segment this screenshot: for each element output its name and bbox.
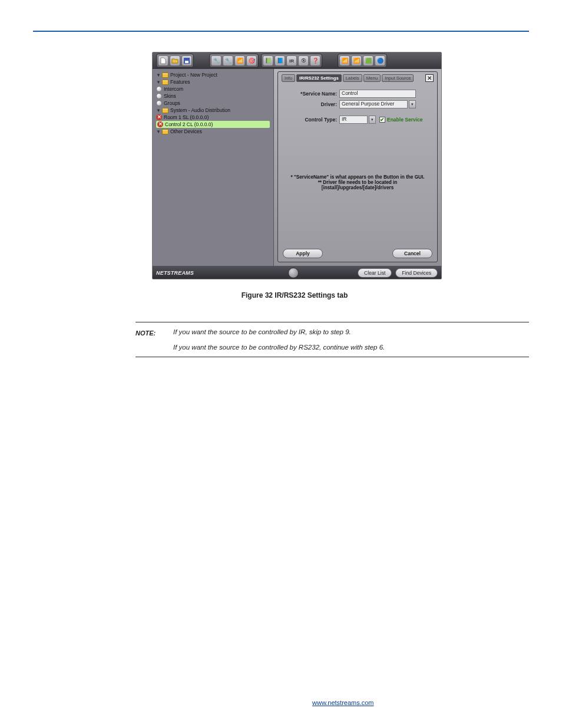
note-line: ** Driver file needs to be located in [i…: [289, 180, 427, 190]
panel-notes: * "ServiceName" is what appears on the B…: [289, 174, 427, 190]
main-row: ▼Project - New Project ▼Features Interco…: [153, 69, 441, 266]
tool-icon[interactable]: 🔵: [375, 55, 385, 66]
svg-rect-1: [185, 61, 189, 63]
note-line: If you want the source to be controlled …: [173, 328, 525, 335]
brand-label: NETSTREAMS: [156, 270, 194, 276]
enable-service-checkbox[interactable]: ✔ Enable Service: [379, 117, 422, 123]
tree-node-selected[interactable]: ✕Control 2 CL (0.0.0.0): [156, 121, 270, 128]
tool-icon[interactable]: 📶: [351, 55, 362, 66]
tool-icon[interactable]: 🔧: [223, 55, 233, 66]
save-icon[interactable]: [181, 55, 192, 66]
item-icon: [156, 100, 162, 106]
field-label: *Service Name:: [283, 91, 339, 97]
settings-panel: Info IR/RS232 Settings Labels Menu Input…: [277, 71, 438, 262]
toolbar-group-b: 📗 📘 IR ⦿ ❓: [261, 54, 322, 68]
apply-button[interactable]: Apply: [283, 249, 323, 258]
folder-icon: [162, 73, 168, 78]
note-line: * "ServiceName" is what appears on the B…: [289, 174, 427, 180]
note-block: NOTE: If you want the source to be contr…: [135, 322, 529, 357]
statusbar-buttons: Clear List Find Devices: [358, 268, 438, 278]
toolbar: 🔧 🔧 📶 🎯 📗 📘 IR ⦿ ❓ 📶 📶 🟩 🔵: [153, 52, 441, 69]
select-value: IR: [339, 116, 368, 124]
coin-icon: [288, 268, 299, 278]
tool-icon[interactable]: 🟩: [363, 55, 373, 66]
new-icon[interactable]: [158, 55, 168, 66]
tool-icon[interactable]: 📗: [263, 55, 273, 66]
field-label: Control Type:: [298, 117, 339, 123]
item-icon: [156, 93, 162, 99]
driver-select[interactable]: General Purpose Driver ▾: [339, 100, 416, 108]
form-row: *Service Name: Control: [283, 90, 432, 98]
note-line: If you want the source to be controlled …: [173, 344, 525, 351]
error-icon: ✕: [156, 114, 162, 120]
checkbox-label: Enable Service: [387, 117, 422, 123]
tool-icon[interactable]: 🔧: [211, 55, 222, 66]
folder-icon: [162, 80, 168, 85]
tree-node[interactable]: ▼Other Devices: [156, 128, 270, 135]
field-label: Driver:: [283, 101, 339, 107]
right-pane: Info IR/RS232 Settings Labels Menu Input…: [274, 69, 441, 266]
close-icon[interactable]: ✕: [425, 74, 434, 82]
tree-node[interactable]: ▼System - Audio Distribution: [156, 107, 270, 114]
note-body: If you want the source to be controlled …: [173, 328, 529, 351]
tab-labels[interactable]: Labels: [343, 74, 362, 82]
panel-tabs: Info IR/RS232 Settings Labels Menu Input…: [282, 74, 434, 82]
form-row: Driver: General Purpose Driver ▾: [283, 100, 432, 108]
service-name-input[interactable]: Control: [339, 90, 416, 98]
cancel-button[interactable]: Cancel: [392, 249, 432, 258]
panel-action-row: Apply Cancel: [283, 249, 432, 258]
tree-label: Features: [170, 79, 190, 85]
checkbox-checked-icon: ✔: [379, 117, 385, 123]
note-rule: [135, 357, 529, 357]
chevron-down-icon: ▾: [409, 100, 416, 108]
tool-icon[interactable]: ⦿: [298, 55, 309, 66]
find-devices-button[interactable]: Find Devices: [395, 268, 438, 278]
folder-icon: [162, 129, 168, 134]
tool-icon[interactable]: 📶: [234, 55, 245, 66]
error-icon: ✕: [157, 121, 163, 127]
help-icon[interactable]: ❓: [310, 55, 320, 66]
tab-menu[interactable]: Menu: [363, 74, 381, 82]
tree-label: Room 1 SL (0.0.0.0): [164, 114, 209, 120]
tree-label: Groups: [164, 100, 180, 106]
tree-node[interactable]: ▼Features: [156, 78, 270, 85]
folder-icon: [162, 108, 168, 113]
tree-label: Other Devices: [170, 129, 202, 134]
tree-pane: ▼Project - New Project ▼Features Interco…: [153, 69, 274, 266]
status-bar: NETSTREAMS Clear List Find Devices: [153, 266, 441, 279]
form-row: Control Type: IR ▾ ✔ Enable Service: [283, 116, 432, 124]
tree-node[interactable]: Intercom: [156, 85, 270, 93]
toolbar-group-file: [156, 54, 194, 68]
tree-node[interactable]: ✕Room 1 SL (0.0.0.0): [156, 114, 270, 121]
ir-icon[interactable]: IR: [286, 55, 297, 66]
tree-label: Control 2 CL (0.0.0.0): [165, 121, 213, 127]
tree-label: System - Audio Distribution: [170, 107, 230, 113]
toolbar-group-c: 📶 📶 🟩 🔵: [338, 54, 387, 68]
note-heading: NOTE:: [135, 328, 173, 351]
control-type-select[interactable]: IR ▾: [339, 116, 376, 124]
footer-link[interactable]: www.netstreams.com: [312, 699, 374, 706]
form-area: *Service Name: Control Driver: General P…: [283, 87, 432, 241]
clear-list-button[interactable]: Clear List: [358, 268, 392, 278]
chevron-down-icon: ▾: [369, 116, 376, 124]
tree-label: Project - New Project: [170, 72, 217, 78]
tab-ir-rs232[interactable]: IR/RS232 Settings: [296, 74, 342, 82]
tool-icon[interactable]: 🎯: [246, 55, 257, 66]
app-screenshot: 🔧 🔧 📶 🎯 📗 📘 IR ⦿ ❓ 📶 📶 🟩 🔵 ▼Project - Ne…: [152, 52, 442, 279]
tab-info[interactable]: Info: [282, 74, 295, 82]
select-value: General Purpose Driver: [339, 100, 408, 108]
figure-caption: Figure 32 IR/RS232 Settings tab: [135, 291, 454, 299]
tree-label: Intercom: [164, 86, 183, 92]
header-rule: [33, 31, 529, 32]
tool-icon[interactable]: 📘: [275, 55, 285, 66]
item-icon: [156, 86, 162, 92]
toolbar-group-a: 🔧 🔧 📶 🎯: [209, 54, 259, 68]
tree-label: Skins: [164, 93, 176, 99]
tab-input-source[interactable]: Input Source: [382, 74, 414, 82]
tree-node[interactable]: Skins: [156, 93, 270, 100]
tree-node[interactable]: ▼Project - New Project: [156, 71, 270, 78]
tool-icon[interactable]: 📶: [339, 55, 350, 66]
open-icon[interactable]: [170, 55, 180, 66]
tree-node[interactable]: Groups: [156, 100, 270, 107]
